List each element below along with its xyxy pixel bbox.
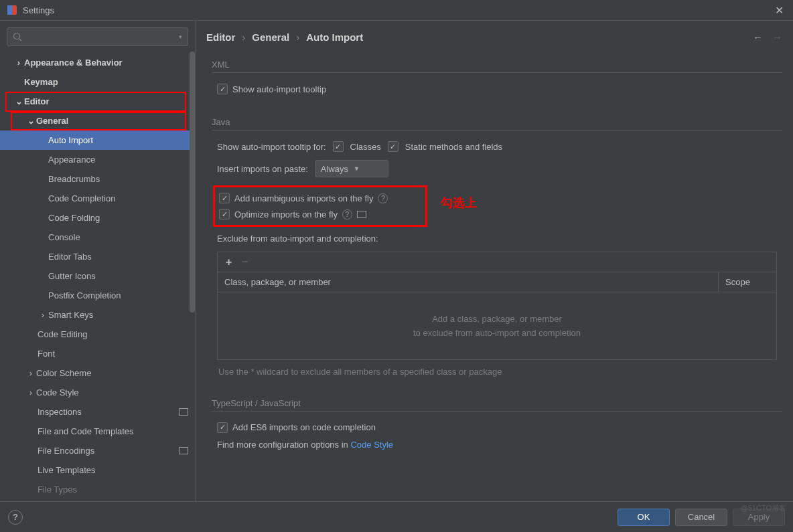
label-xml-tooltip: Show auto-import tooltip <box>232 84 326 94</box>
chevron-down-icon: ⌄ <box>13 96 24 106</box>
tree-general[interactable]: ⌄General <box>0 111 195 130</box>
tree-code-folding[interactable]: Code Folding <box>0 208 195 228</box>
checkbox-add-unambiguous[interactable] <box>219 193 230 203</box>
tree-inspections[interactable]: Inspections <box>0 402 195 422</box>
combo-insert-paste[interactable]: Always ▼ <box>315 160 388 177</box>
label-static: Static methods and fields <box>405 142 502 152</box>
chevron-right-icon: › <box>25 387 36 397</box>
help-button[interactable]: ? <box>8 510 23 525</box>
col-class[interactable]: Class, package, or member <box>218 272 719 292</box>
ok-button[interactable]: OK <box>618 509 670 526</box>
exclude-table: + − Class, package, or member Scope Add … <box>217 252 777 360</box>
chevron-right-icon: › <box>25 368 36 378</box>
tree-breadcrumbs[interactable]: Breadcrumbs <box>0 169 195 189</box>
breadcrumb-general[interactable]: General <box>252 31 289 43</box>
watermark: @51CTO博客 <box>741 503 786 513</box>
scope-icon <box>179 408 188 416</box>
tree-code-style[interactable]: ›Code Style <box>0 383 195 402</box>
tree-appearance[interactable]: Appearance <box>0 150 195 169</box>
add-button[interactable]: + <box>226 256 232 268</box>
settings-tree: ›Appearance & Behavior Keymap ⌄Editor ⌄G… <box>0 53 195 501</box>
breadcrumb-auto-import[interactable]: Auto Import <box>306 31 363 43</box>
back-icon[interactable]: ← <box>753 31 763 43</box>
tree-code-completion[interactable]: Code Completion <box>0 189 195 208</box>
cancel-button[interactable]: Cancel <box>675 509 727 526</box>
close-icon[interactable]: ✕ <box>772 1 786 19</box>
help-icon[interactable]: ? <box>378 193 388 203</box>
forward-icon: → <box>772 31 782 43</box>
tree-file-types[interactable]: File Types <box>0 480 195 499</box>
breadcrumb-editor[interactable]: Editor <box>206 31 235 43</box>
tree-appearance-behavior[interactable]: ›Appearance & Behavior <box>0 53 195 72</box>
tree-live-templates[interactable]: Live Templates <box>0 460 195 480</box>
checkbox-optimize[interactable] <box>219 209 230 219</box>
tree-postfix-completion[interactable]: Postfix Completion <box>0 286 195 305</box>
svg-point-2 <box>14 33 20 39</box>
label-show-tooltip-for: Show auto-import tooltip for: <box>217 142 326 152</box>
tree-smart-keys[interactable]: ›Smart Keys <box>0 305 195 325</box>
svg-rect-1 <box>7 5 12 15</box>
tree-auto-import[interactable]: Auto Import <box>0 130 195 150</box>
link-code-style[interactable]: Code Style <box>350 440 393 450</box>
combo-value: Always <box>321 164 348 174</box>
checkbox-xml-tooltip[interactable] <box>217 84 228 94</box>
tree-code-editing[interactable]: Code Editing <box>0 325 195 344</box>
checkbox-classes[interactable] <box>333 141 344 152</box>
chevron-down-icon: ⌄ <box>25 116 36 126</box>
tree-file-encodings[interactable]: File Encodings <box>0 441 195 460</box>
search-icon <box>13 32 22 41</box>
chevron-right-icon: › <box>38 310 48 320</box>
tree-editor[interactable]: ⌄Editor <box>0 92 195 111</box>
help-icon[interactable]: ? <box>342 209 352 219</box>
scope-icon <box>357 211 366 218</box>
tree-file-code-templates[interactable]: File and Code Templates <box>0 422 195 441</box>
section-java: Java <box>212 117 782 127</box>
tree-color-scheme[interactable]: ›Color Scheme <box>0 363 195 383</box>
scrollbar[interactable] <box>190 52 195 313</box>
chevron-down-icon: ▼ <box>354 165 360 172</box>
empty-line1: Add a class, package, or member <box>432 314 562 324</box>
search-input-container[interactable]: ▾ <box>7 27 188 46</box>
label-insert-paste: Insert imports on paste: <box>217 164 308 174</box>
hint-wildcard: Use the * wildcard to exclude all member… <box>218 365 776 379</box>
label-find-more: Find more configuration options in <box>217 440 350 450</box>
app-icon <box>7 5 17 15</box>
tree-console[interactable]: Console <box>0 228 195 247</box>
search-input[interactable] <box>26 32 179 42</box>
section-xml: XML <box>212 60 782 70</box>
checkbox-static[interactable] <box>388 141 399 152</box>
checkbox-es6[interactable] <box>217 422 228 433</box>
annotation-text: 勾选上 <box>441 195 477 211</box>
label-classes: Classes <box>350 142 381 152</box>
remove-button: − <box>241 255 248 269</box>
chevron-down-icon[interactable]: ▾ <box>179 33 182 40</box>
col-scope[interactable]: Scope <box>719 272 776 292</box>
tree-keymap[interactable]: Keymap <box>0 72 195 92</box>
label-es6: Add ES6 imports on code completion <box>232 422 376 432</box>
section-ts: TypeScript / JavaScript <box>212 398 782 408</box>
svg-line-3 <box>19 39 22 41</box>
label-exclude: Exclude from auto-import and completion: <box>212 231 782 246</box>
tree-gutter-icons[interactable]: Gutter Icons <box>0 266 195 286</box>
scope-icon <box>179 447 188 454</box>
breadcrumb: Editor › General › Auto Import ← → <box>196 21 793 53</box>
label-add-unambiguous: Add unambiguous imports on the fly <box>234 193 373 203</box>
label-optimize: Optimize imports on the fly <box>234 209 338 219</box>
tree-editor-tabs[interactable]: Editor Tabs <box>0 247 195 266</box>
window-title: Settings <box>23 5 772 15</box>
chevron-right-icon: › <box>13 58 24 68</box>
empty-line2: to exclude from auto-import and completi… <box>413 328 581 338</box>
tree-font[interactable]: Font <box>0 344 195 363</box>
